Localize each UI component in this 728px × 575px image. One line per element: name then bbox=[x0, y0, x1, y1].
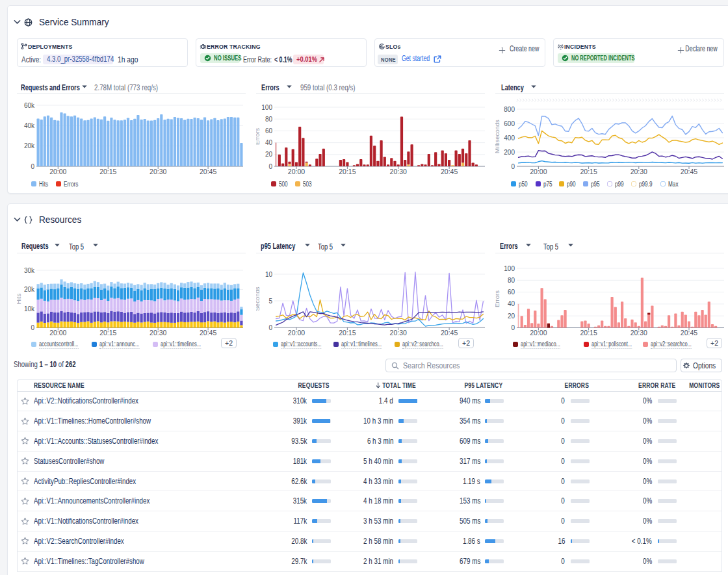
svg-text:20:00: 20:00 bbox=[530, 329, 547, 337]
svg-text:20:45: 20:45 bbox=[441, 168, 458, 175]
svg-text:0: 0 bbox=[31, 163, 34, 170]
svg-text:Milliseconds: Milliseconds bbox=[495, 120, 500, 153]
svg-text:80: 80 bbox=[265, 116, 273, 123]
svg-text:20:15: 20:15 bbox=[580, 329, 597, 337]
svg-text:30k: 30k bbox=[24, 267, 35, 274]
svg-text:20k: 20k bbox=[24, 286, 35, 293]
svg-text:20:00: 20:00 bbox=[49, 168, 66, 175]
svg-text:20:30: 20:30 bbox=[630, 168, 647, 175]
svg-text:Seconds: Seconds bbox=[256, 287, 261, 311]
svg-text:20:00: 20:00 bbox=[530, 168, 547, 175]
svg-text:20:15: 20:15 bbox=[339, 329, 356, 337]
svg-text:40: 40 bbox=[265, 139, 273, 146]
svg-text:200: 200 bbox=[504, 149, 515, 156]
svg-text:20:00: 20:00 bbox=[49, 329, 66, 337]
svg-text:0: 0 bbox=[268, 324, 272, 331]
svg-text:400: 400 bbox=[504, 134, 515, 142]
svg-text:20:45: 20:45 bbox=[681, 329, 697, 337]
svg-text:Hits: Hits bbox=[17, 294, 22, 305]
svg-text:Errors: Errors bbox=[256, 128, 261, 145]
svg-text:600: 600 bbox=[504, 120, 515, 127]
svg-text:100: 100 bbox=[261, 104, 272, 111]
svg-text:20k: 20k bbox=[24, 142, 35, 149]
svg-text:5: 5 bbox=[268, 298, 272, 305]
svg-text:10k: 10k bbox=[24, 305, 35, 313]
svg-text:60: 60 bbox=[508, 288, 515, 296]
svg-text:800: 800 bbox=[504, 106, 515, 113]
svg-text:40k: 40k bbox=[24, 122, 35, 129]
svg-text:60k: 60k bbox=[24, 102, 35, 109]
svg-text:0: 0 bbox=[268, 163, 272, 170]
svg-text:20: 20 bbox=[265, 151, 273, 158]
svg-text:20:45: 20:45 bbox=[200, 329, 216, 337]
svg-text:10: 10 bbox=[265, 271, 273, 278]
svg-text:40: 40 bbox=[508, 300, 515, 307]
svg-text:20:00: 20:00 bbox=[288, 168, 305, 175]
svg-text:0: 0 bbox=[511, 163, 515, 170]
svg-text:Errors: Errors bbox=[495, 290, 500, 307]
svg-text:80: 80 bbox=[508, 277, 515, 284]
svg-text:20:30: 20:30 bbox=[150, 329, 166, 337]
svg-text:20:15: 20:15 bbox=[580, 168, 597, 175]
svg-text:20:30: 20:30 bbox=[630, 329, 647, 337]
svg-text:100: 100 bbox=[504, 265, 515, 272]
svg-text:20:30: 20:30 bbox=[390, 168, 407, 175]
svg-text:60: 60 bbox=[265, 127, 273, 134]
svg-text:20: 20 bbox=[508, 313, 515, 320]
svg-text:20:45: 20:45 bbox=[200, 168, 216, 175]
svg-text:20:00: 20:00 bbox=[288, 329, 305, 337]
svg-text:20:30: 20:30 bbox=[390, 329, 407, 337]
svg-text:20:15: 20:15 bbox=[99, 329, 116, 337]
svg-text:20:15: 20:15 bbox=[99, 168, 116, 175]
svg-text:0: 0 bbox=[511, 324, 515, 331]
svg-text:20:15: 20:15 bbox=[339, 168, 356, 175]
svg-text:0: 0 bbox=[31, 324, 34, 331]
svg-text:20:45: 20:45 bbox=[681, 168, 697, 175]
svg-text:20:30: 20:30 bbox=[150, 168, 166, 175]
svg-text:20:45: 20:45 bbox=[441, 329, 458, 337]
